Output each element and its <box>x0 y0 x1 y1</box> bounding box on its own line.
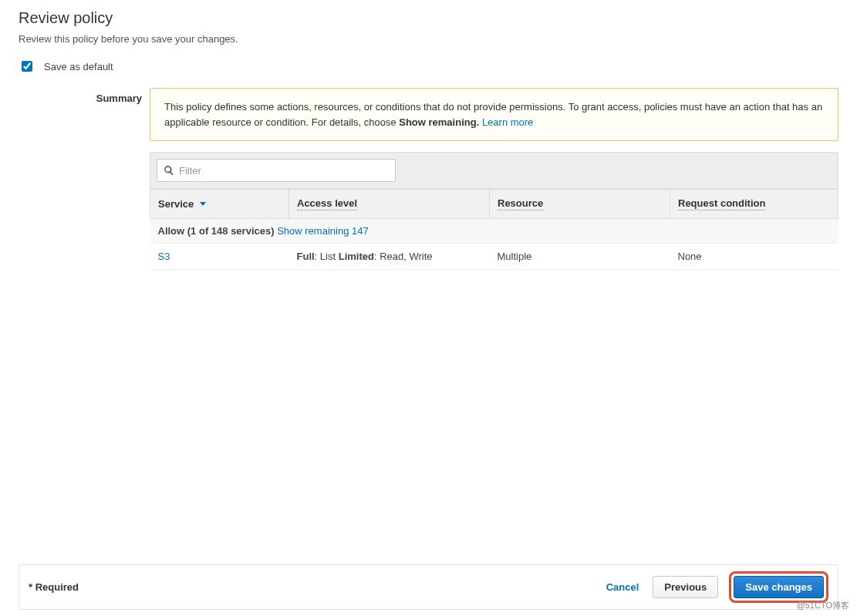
filter-box[interactable] <box>157 159 396 182</box>
col-request-label: Request condition <box>678 197 765 210</box>
col-access-header[interactable]: Access level <box>289 190 490 219</box>
allow-group-row: Allow (1 of 148 services) Show remaining… <box>150 219 838 244</box>
access-limited-value: : Read, Write <box>374 251 433 262</box>
save-default-checkbox[interactable] <box>22 61 32 72</box>
filter-input[interactable] <box>174 164 389 177</box>
table-row: S3 Full: List Limited: Read, Write Multi… <box>150 244 838 270</box>
required-label: * Required <box>29 581 79 593</box>
allow-group-bold: Allow (1 of 148 services) <box>158 225 275 237</box>
access-level-cell: Full: List Limited: Read, Write <box>289 244 490 270</box>
services-table: Service Access level Resource Request co… <box>150 189 838 270</box>
access-full-label: Full <box>297 251 315 262</box>
previous-button[interactable]: Previous <box>653 576 718 598</box>
col-resource-label: Resource <box>498 197 543 210</box>
service-link[interactable]: S3 <box>158 251 170 262</box>
access-full-value: : List <box>315 251 339 262</box>
page-subtitle: Review this policy before you save your … <box>19 33 838 45</box>
policy-warning-alert: This policy defines some actions, resour… <box>150 88 838 141</box>
sort-caret-icon <box>200 202 206 206</box>
resource-cell: Multiple <box>490 244 670 270</box>
save-default-label: Save as default <box>44 61 113 72</box>
alert-bold: Show remaining. <box>399 116 479 128</box>
show-remaining-link[interactable]: Show remaining 147 <box>277 225 369 237</box>
learn-more-link[interactable]: Learn more <box>482 116 533 128</box>
col-service-header[interactable]: Service <box>150 190 289 219</box>
save-highlight-box: Save changes <box>729 571 828 603</box>
cancel-button[interactable]: Cancel <box>603 577 643 597</box>
col-request-header[interactable]: Request condition <box>670 190 838 219</box>
col-access-label: Access level <box>297 197 357 210</box>
col-service-label: Service <box>158 198 194 210</box>
page-title: Review policy <box>19 9 838 27</box>
request-cell: None <box>670 244 838 270</box>
access-limited-label: Limited <box>339 251 374 262</box>
col-resource-header[interactable]: Resource <box>490 190 670 219</box>
footer-bar: * Required Cancel Previous Save changes <box>19 564 838 610</box>
summary-label: Summary <box>19 88 150 104</box>
filter-bar <box>150 152 838 189</box>
search-icon <box>164 165 174 176</box>
save-changes-button[interactable]: Save changes <box>734 576 824 598</box>
